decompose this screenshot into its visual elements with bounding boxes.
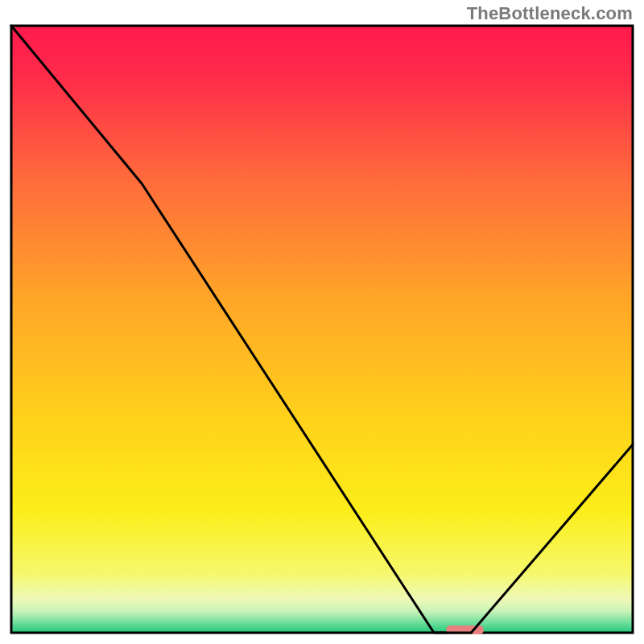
chart-frame: TheBottleneck.com — [0, 0, 644, 644]
bottleneck-chart — [0, 0, 644, 644]
plot-background — [11, 26, 633, 633]
